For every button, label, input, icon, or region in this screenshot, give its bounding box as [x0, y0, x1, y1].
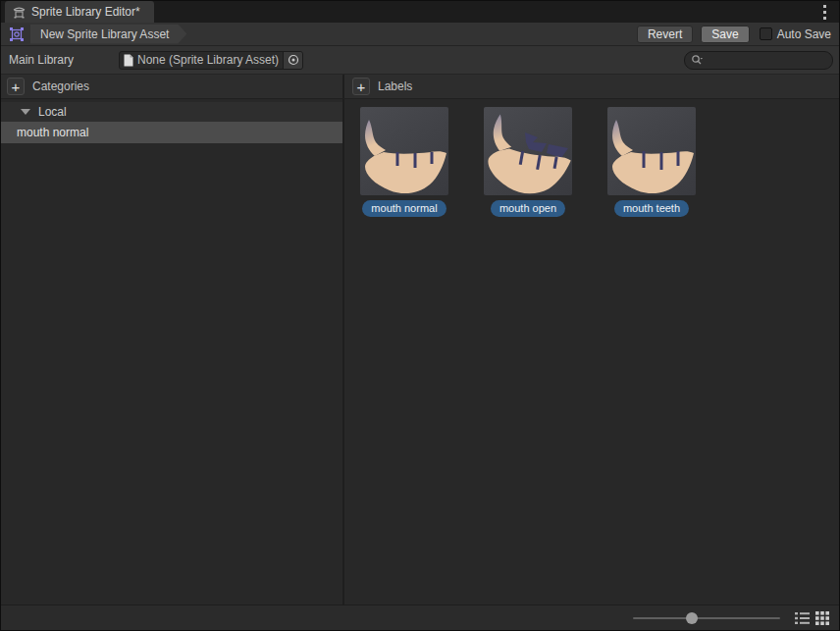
revert-button[interactable]: Revert — [637, 26, 693, 43]
panel-headers: + Categories + Labels — [1, 75, 839, 99]
search-input[interactable] — [708, 52, 823, 68]
main-library-row: Main Library None (Sprite Library Asset) — [1, 46, 839, 75]
search-field[interactable] — [684, 51, 833, 70]
sprite-label-pill[interactable]: mouth normal — [362, 200, 446, 217]
breadcrumb[interactable]: New Sprite Library Asset — [30, 25, 186, 44]
sprite-thumbnail-mouth-normal[interactable] — [360, 107, 448, 195]
local-group-label: Local — [38, 105, 67, 119]
sprite-label-pill[interactable]: mouth teeth — [614, 200, 689, 217]
label-item: mouth normal — [360, 107, 448, 217]
thumbnail-size-slider[interactable] — [633, 617, 780, 619]
tab-title: Sprite Library Editor* — [31, 5, 140, 19]
sprite-thumbnail-mouth-teeth[interactable] — [607, 107, 696, 195]
sprite-label-pill[interactable]: mouth open — [491, 200, 565, 217]
label-grid: mouth normal — [360, 107, 839, 217]
labels-header-label: Labels — [378, 79, 412, 93]
content: Local mouth normal — [1, 99, 839, 605]
sprite-thumbnail-mouth-open[interactable] — [484, 107, 572, 195]
categories-header: + Categories — [1, 75, 344, 98]
object-picker-icon[interactable] — [283, 52, 302, 69]
tab-sprite-library-editor[interactable]: Sprite Library Editor* — [5, 1, 154, 23]
label-item: mouth teeth — [607, 107, 696, 217]
main-library-object-field[interactable]: None (Sprite Library Asset) — [119, 51, 303, 70]
auto-save-checkbox[interactable] — [760, 27, 772, 40]
main-library-value: None (Sprite Library Asset) — [133, 53, 283, 67]
add-label-button[interactable]: + — [352, 78, 370, 95]
footer-bar — [1, 605, 839, 630]
sprite-library-editor-window: Sprite Library Editor* New Sprite Librar… — [0, 0, 840, 631]
categories-header-label: Categories — [32, 79, 89, 93]
window-menu-icon[interactable] — [817, 5, 831, 20]
library-icon — [13, 6, 26, 19]
sprite-library-asset-icon — [9, 26, 25, 42]
labels-panel: mouth normal — [344, 99, 839, 605]
labels-header: + Labels — [344, 75, 839, 98]
add-category-button[interactable]: + — [7, 78, 25, 95]
mouth-open-sprite — [484, 107, 572, 195]
mouth-normal-sprite — [360, 107, 448, 195]
label-item: mouth open — [484, 107, 572, 217]
grid-view-icon[interactable] — [814, 609, 831, 627]
toolbar: New Sprite Library Asset Revert Save Aut… — [1, 23, 839, 46]
auto-save-label: Auto Save — [777, 27, 831, 41]
asset-file-icon — [124, 54, 133, 67]
category-item-mouth-normal[interactable]: mouth normal — [1, 122, 342, 143]
save-button[interactable]: Save — [701, 26, 749, 43]
local-foldout[interactable]: Local — [1, 102, 342, 122]
search-icon — [691, 54, 704, 67]
tab-bar: Sprite Library Editor* — [1, 1, 839, 23]
main-library-label: Main Library — [9, 53, 74, 67]
categories-panel: Local mouth normal — [1, 99, 344, 605]
foldout-arrow-icon[interactable] — [21, 109, 30, 115]
list-view-icon[interactable] — [793, 609, 811, 627]
slider-thumb[interactable] — [686, 612, 698, 624]
mouth-teeth-sprite — [607, 107, 696, 195]
